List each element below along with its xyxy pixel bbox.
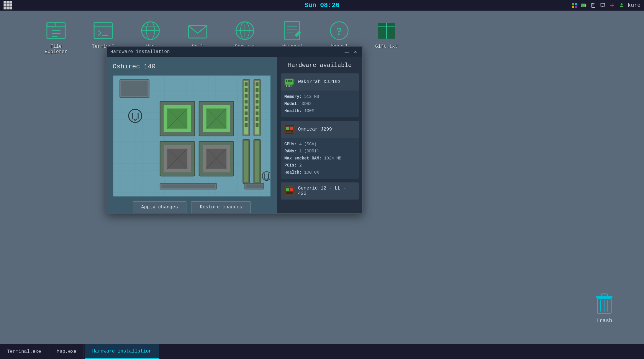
svg-rect-5 (581, 4, 585, 6)
hardware-window: Hardware installation — ✕ Oshirec 140 (106, 46, 363, 214)
svg-rect-105 (289, 85, 290, 87)
desktop-icon-gift[interactable]: Gift.txt (372, 19, 401, 49)
svg-rect-114 (290, 131, 291, 131)
svg-rect-19 (94, 23, 112, 39)
hw-item-ram: Wakerrah XJJ193 Memory: 512 MB Model: DD… (281, 73, 359, 117)
svg-rect-119 (286, 192, 293, 194)
ram-icon (284, 76, 295, 88)
svg-rect-72 (245, 94, 248, 98)
svg-rect-87 (256, 123, 259, 127)
terminal-icon (92, 19, 114, 42)
svg-rect-99 (286, 80, 287, 82)
generic-icon (284, 185, 295, 197)
taskbar-hardware[interactable]: Hardware installation (85, 344, 159, 359)
close-button[interactable]: ✕ (352, 49, 359, 55)
hw-item-mobo-header[interactable]: Omnicar J299 (281, 121, 359, 138)
add-icon[interactable] (609, 2, 615, 9)
svg-rect-106 (291, 85, 291, 87)
svg-rect-80 (256, 82, 259, 86)
hw-item-generic-header[interactable]: Generic 12 - LL - 422 (281, 182, 359, 200)
browser-icon (234, 19, 256, 42)
desktop-icon-browser[interactable]: Browser (230, 19, 260, 49)
clipboard-icon[interactable] (590, 2, 597, 9)
clock: Sun 08:26 (304, 2, 340, 9)
gift-label: Gift.txt (375, 44, 398, 49)
svg-rect-104 (288, 85, 289, 87)
hw-window-title: Hardware installation (110, 49, 170, 55)
minimize-button[interactable]: — (343, 49, 350, 55)
top-left-icons (4, 1, 12, 9)
desktop-icon-map[interactable]: Map (136, 19, 165, 49)
svg-rect-102 (291, 80, 292, 82)
svg-rect-84 (256, 106, 259, 109)
battery-icon[interactable] (581, 2, 587, 9)
svg-rect-83 (256, 100, 259, 103)
svg-rect-77 (245, 123, 248, 127)
taskbar-terminal[interactable]: Terminal.exe (0, 344, 48, 359)
svg-point-12 (620, 3, 622, 5)
file-explorer-icon (45, 19, 67, 42)
svg-rect-76 (245, 117, 248, 121)
hw-right-panel: Hardware available (277, 57, 362, 213)
svg-rect-81 (256, 88, 259, 92)
apps-grid-icon[interactable] (4, 1, 12, 9)
hw-item-ram-name: Wakerrah XJJ193 (298, 79, 340, 85)
version-label: GREY HACK V0.6.1548 - ALPHA (3, 321, 79, 326)
map-icon (140, 19, 162, 42)
taskbar-bottom: Terminal.exe Map.exe Hardware installati… (0, 344, 644, 359)
svg-rect-6 (586, 5, 586, 6)
color-swatch-icon[interactable] (571, 2, 578, 9)
svg-rect-75 (245, 111, 248, 115)
board-name: Oshirec 140 (113, 63, 271, 70)
hw-item-generic: Generic 12 - LL - 422 (281, 182, 359, 200)
manual-icon: ? (328, 19, 350, 42)
desktop-icon-notepad[interactable]: Notepad (277, 19, 307, 49)
hw-item-mobo-name: Omnicar J299 (298, 127, 332, 132)
window-controls: — ✕ (343, 49, 359, 55)
desktop-icon-mail[interactable]: Mail (183, 19, 212, 49)
desktop-icon-manual[interactable]: ? Manual (325, 19, 354, 49)
svg-rect-103 (286, 85, 287, 87)
notepad-icon (281, 19, 303, 42)
button-row: Apply changes Restore changes (113, 201, 271, 213)
chat-icon[interactable] (599, 2, 606, 9)
svg-rect-82 (256, 94, 259, 98)
svg-text:?: ? (337, 26, 342, 37)
svg-rect-1 (575, 3, 577, 5)
svg-rect-74 (245, 106, 248, 109)
file-explorer-label: File Explorer (41, 44, 71, 55)
apply-changes-button[interactable]: Apply changes (133, 201, 187, 213)
trash-icon[interactable]: Trash (594, 292, 614, 324)
svg-rect-112 (287, 131, 288, 131)
hw-item-generic-name: Generic 12 - LL - 422 (298, 186, 356, 196)
svg-rect-110 (290, 127, 293, 130)
svg-rect-95 (246, 185, 263, 188)
svg-rect-113 (289, 131, 290, 131)
taskbar-map[interactable]: Map.exe (50, 344, 84, 359)
desktop-icon-terminal[interactable]: Terminal (89, 19, 118, 49)
motherboard-area (113, 75, 271, 197)
hw-titlebar: Hardware installation — ✕ (107, 47, 362, 57)
svg-rect-73 (245, 100, 248, 103)
desktop-icon-file-explorer[interactable]: File Explorer (41, 19, 71, 55)
svg-rect-0 (572, 3, 574, 5)
desktop: File Explorer Terminal (0, 11, 644, 344)
svg-rect-2 (572, 6, 574, 8)
hw-item-ram-details: Memory: 512 MB Model: DDR2 Health: 100% (281, 90, 359, 117)
hw-left-panel: Oshirec 140 (107, 57, 277, 213)
taskbar-top: Sun 08:26 (0, 0, 644, 11)
gift-icon (376, 19, 398, 42)
svg-rect-32 (285, 22, 299, 40)
svg-rect-89 (244, 141, 248, 182)
svg-rect-86 (256, 117, 259, 121)
svg-rect-121 (601, 294, 607, 296)
trash-can-icon (594, 292, 614, 316)
svg-rect-101 (289, 80, 291, 82)
restore-changes-button[interactable]: Restore changes (191, 201, 251, 213)
mobo-icon (284, 124, 295, 135)
svg-rect-91 (255, 141, 259, 182)
svg-rect-14 (47, 23, 55, 27)
user-avatar-icon[interactable] (618, 2, 625, 9)
trash-label: Trash (596, 318, 612, 324)
hw-item-ram-header[interactable]: Wakerrah XJJ193 (281, 73, 359, 90)
